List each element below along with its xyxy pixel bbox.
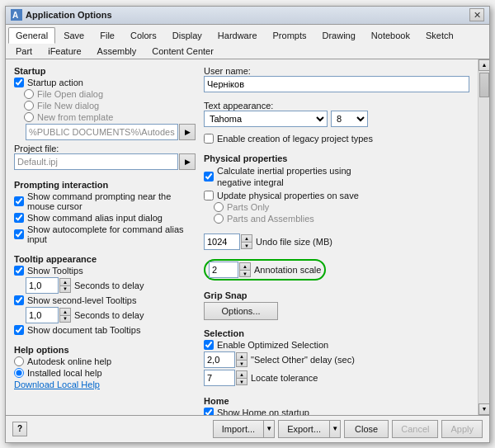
project-browse-button[interactable]: ▶ xyxy=(179,153,196,170)
show-tooltips-checkbox[interactable] xyxy=(14,266,24,276)
parts-only-label: Parts Only xyxy=(227,202,269,212)
annotation-scale-input[interactable] xyxy=(209,262,238,278)
scroll-down-button[interactable]: ▼ xyxy=(478,403,489,415)
home-section: Home Show Home on startup xyxy=(204,396,469,414)
tab-general[interactable]: General xyxy=(8,27,55,44)
tab-assembly[interactable]: Assembly xyxy=(90,43,144,59)
parts-assemblies-radio[interactable] xyxy=(214,214,224,224)
file-open-radio[interactable] xyxy=(24,89,34,99)
new-from-template-radio[interactable] xyxy=(24,112,34,122)
project-file-input[interactable] xyxy=(14,153,178,170)
parts-only-radio[interactable] xyxy=(214,202,224,212)
tab-file[interactable]: File xyxy=(92,27,122,43)
select-other-input[interactable] xyxy=(204,351,235,368)
undo-size-spinner: ▲ ▼ xyxy=(204,233,252,250)
tab-prompts[interactable]: Prompts xyxy=(266,27,314,43)
enable-optimized-checkbox[interactable] xyxy=(204,340,214,350)
parts-assemblies-label: Parts and Assemblies xyxy=(227,214,314,224)
tab-ifeature[interactable]: iFeature xyxy=(40,43,88,59)
show-command-alias-row: Show command alias input dialog xyxy=(14,213,196,223)
startup-action-checkbox[interactable] xyxy=(14,78,24,87)
user-name-input[interactable] xyxy=(204,76,469,92)
close-button[interactable]: Close xyxy=(344,420,389,438)
tooltip-delay2-input[interactable] xyxy=(26,307,59,323)
show-tooltips-row: Show Tooltips xyxy=(14,266,196,276)
tooltip-delay1-up[interactable]: ▲ xyxy=(59,278,71,285)
annotation-scale-up[interactable]: ▲ xyxy=(239,262,251,270)
show-home-checkbox[interactable] xyxy=(204,408,214,414)
locate-tolerance-down[interactable]: ▼ xyxy=(236,378,248,385)
undo-size-label: Undo file size (MB) xyxy=(256,237,332,247)
file-new-label: File New dialog xyxy=(37,101,99,111)
scroll-up-button[interactable]: ▲ xyxy=(478,59,489,71)
cancel-button[interactable]: Cancel xyxy=(392,420,438,438)
tab-drawing[interactable]: Drawing xyxy=(314,27,362,43)
installed-local-radio[interactable] xyxy=(14,368,24,378)
text-appearance-section: Text appearance: Tahoma 8 xyxy=(204,101,469,127)
download-local-row: Download Local Help xyxy=(14,380,196,389)
show-document-tab-checkbox[interactable] xyxy=(14,325,24,335)
show-command-prompting-checkbox[interactable] xyxy=(14,196,24,206)
locate-tolerance-input[interactable] xyxy=(204,370,235,386)
tooltip-delay2-down[interactable]: ▼ xyxy=(59,315,71,323)
show-second-level-checkbox[interactable] xyxy=(14,295,24,305)
file-new-radio[interactable] xyxy=(24,101,34,111)
font-select[interactable]: Tahoma xyxy=(204,111,328,127)
update-physical-checkbox[interactable] xyxy=(204,191,214,200)
installed-local-row: Installed local help xyxy=(14,368,196,378)
template-path-row: ▶ xyxy=(26,124,196,140)
undo-size-up[interactable]: ▲ xyxy=(241,234,252,242)
show-autocomplete-checkbox[interactable] xyxy=(14,229,24,239)
annotation-scale-spinner: ▲ ▼ xyxy=(209,262,251,278)
select-other-up[interactable]: ▲ xyxy=(236,352,248,360)
enable-legacy-checkbox[interactable] xyxy=(204,134,214,144)
apply-button[interactable]: Apply xyxy=(441,420,483,438)
font-size-select[interactable]: 8 xyxy=(331,111,368,127)
import-arrow-button[interactable]: ▼ xyxy=(263,420,275,438)
options-button[interactable]: Options... xyxy=(204,302,278,320)
autodesk-online-radio[interactable] xyxy=(14,356,24,366)
locate-tolerance-up[interactable]: ▲ xyxy=(236,370,248,378)
installed-local-label: Installed local help xyxy=(27,368,102,378)
calculate-inertial-checkbox[interactable] xyxy=(204,172,214,182)
tab-content-center[interactable]: Content Center xyxy=(144,43,221,59)
grip-snap-section: Grip Snap Options... xyxy=(204,290,469,320)
import-button[interactable]: Import... xyxy=(213,420,263,438)
bottom-right: Import... ▼ Export... ▼ Close Cancel App… xyxy=(213,420,483,438)
project-file-label: Project file: xyxy=(14,144,59,153)
scroll-thumb[interactable] xyxy=(479,73,489,97)
template-browse-button[interactable]: ▶ xyxy=(179,124,196,140)
bottom-left: ? xyxy=(12,422,27,436)
select-other-label: "Select Other" delay (sec) xyxy=(251,355,355,365)
tab-notebook[interactable]: Notebook xyxy=(364,27,417,43)
download-local-link[interactable]: Download Local Help xyxy=(14,380,100,389)
tooltip-delay2-up[interactable]: ▲ xyxy=(59,308,71,315)
tab-hardware[interactable]: Hardware xyxy=(210,27,265,43)
tooltip-delay1-input[interactable] xyxy=(26,277,59,294)
close-window-button[interactable]: ✕ xyxy=(469,8,484,21)
startup-section: Startup Startup action File Open dialog … xyxy=(14,66,196,170)
export-button[interactable]: Export... xyxy=(278,420,329,438)
svg-text:A: A xyxy=(12,11,18,20)
tab-display[interactable]: Display xyxy=(165,27,210,43)
select-other-down[interactable]: ▼ xyxy=(236,360,248,367)
template-path-input[interactable] xyxy=(26,124,178,140)
tab-sketch[interactable]: Sketch xyxy=(418,27,461,43)
show-command-alias-checkbox[interactable] xyxy=(14,213,24,223)
export-arrow-button[interactable]: ▼ xyxy=(329,420,341,438)
tab-part[interactable]: Part xyxy=(8,43,40,59)
user-name-label: User name: xyxy=(204,66,469,76)
undo-size-down[interactable]: ▼ xyxy=(241,242,252,249)
annotation-scale-row: ▲ ▼ Annotation scale xyxy=(204,259,469,281)
tooltip-delay1-spinner-btns: ▲ ▼ xyxy=(59,278,71,293)
tab-save[interactable]: Save xyxy=(56,27,92,43)
tab-colors[interactable]: Colors xyxy=(123,27,164,43)
main-content: Startup Startup action File Open dialog … xyxy=(6,59,478,415)
tooltip-delay1-down[interactable]: ▼ xyxy=(59,285,71,293)
help-button[interactable]: ? xyxy=(12,422,27,436)
font-row: Tahoma 8 xyxy=(204,111,469,127)
annotation-scale-down[interactable]: ▼ xyxy=(239,270,251,277)
undo-size-input[interactable] xyxy=(204,233,240,250)
undo-size-row: ▲ ▼ Undo file size (MB) xyxy=(204,233,469,250)
annotation-circle: ▲ ▼ Annotation scale xyxy=(204,259,326,281)
